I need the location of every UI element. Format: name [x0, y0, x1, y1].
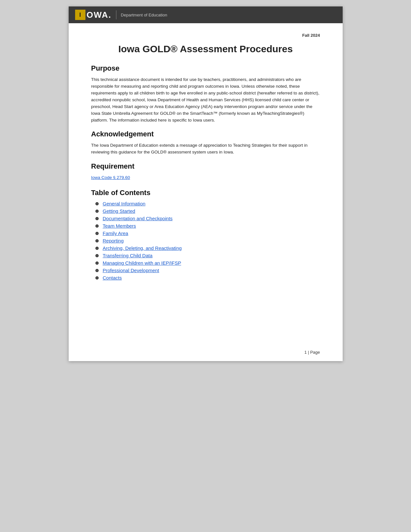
toc-bullet	[94, 231, 100, 236]
toc-bullet-inner	[95, 269, 99, 272]
toc-bullet-inner	[95, 217, 99, 220]
header-divider	[116, 10, 116, 19]
main-title: Iowa GOLD® Assessment Procedures	[91, 44, 320, 54]
toc-bullet-inner	[95, 247, 99, 250]
document-page: I OWA. Department of Education Fall 2024…	[69, 6, 343, 361]
toc-list-item: Archiving, Deleting, and Reactivating	[94, 245, 320, 251]
toc-list-item: Getting Started	[94, 208, 320, 214]
toc-link[interactable]: Archiving, Deleting, and Reactivating	[103, 245, 182, 251]
page-header: I OWA. Department of Education	[69, 6, 343, 23]
toc-bullet-inner	[95, 261, 99, 265]
toc-bullet-inner	[95, 239, 99, 242]
toc-list-item: General Information	[94, 201, 320, 206]
toc-bullet-inner	[95, 210, 99, 213]
toc-bullet	[94, 275, 100, 281]
toc-list-item: Contacts	[94, 275, 320, 281]
logo-text: OWA.	[87, 10, 112, 20]
toc-heading: Table of Contents	[91, 189, 320, 197]
toc-link[interactable]: Managing Children with an IEP/IFSP	[103, 260, 181, 266]
toc-link[interactable]: Contacts	[103, 275, 122, 281]
toc-bullet	[94, 246, 100, 251]
department-label: Department of Education	[121, 13, 167, 17]
toc-bullet-inner	[95, 276, 99, 280]
toc-link[interactable]: Transferring Child Data	[103, 253, 153, 258]
toc-list-item: Managing Children with an IEP/IFSP	[94, 260, 320, 266]
toc-bullet-inner	[95, 254, 99, 257]
toc-list: General InformationGetting StartedDocume…	[94, 201, 320, 281]
purpose-heading: Purpose	[91, 64, 320, 73]
toc-bullet	[94, 253, 100, 258]
logo-box-letter: I	[75, 10, 85, 20]
toc-link[interactable]: General Information	[103, 201, 146, 206]
toc-link[interactable]: Family Area	[103, 231, 128, 236]
requirement-heading: Requirement	[91, 162, 320, 171]
iowa-logo: I OWA.	[75, 10, 112, 20]
toc-bullet-inner	[95, 224, 99, 228]
purpose-body: This technical assistance document is in…	[91, 76, 320, 123]
toc-bullet	[94, 216, 100, 221]
toc-link[interactable]: Reporting	[103, 238, 124, 243]
toc-link[interactable]: Documentation and Checkpoints	[103, 216, 173, 221]
page-footer: 1 | Page	[69, 347, 343, 361]
date-label: Fall 2024	[91, 33, 320, 38]
requirement-link[interactable]: Iowa Code § 279.60	[91, 175, 130, 180]
toc-list-item: Transferring Child Data	[94, 253, 320, 258]
acknowledgement-heading: Acknowledgement	[91, 130, 320, 138]
toc-list-item: Professional Development	[94, 268, 320, 273]
toc-bullet	[94, 238, 100, 243]
toc-list-item: Reporting	[94, 238, 320, 243]
toc-link[interactable]: Team Members	[103, 223, 136, 229]
acknowledgement-body: The Iowa Department of Education extends…	[91, 142, 320, 156]
toc-bullet	[94, 201, 100, 206]
toc-bullet	[94, 223, 100, 229]
toc-bullet-inner	[95, 232, 99, 235]
toc-list-item: Team Members	[94, 223, 320, 229]
page-content: Fall 2024 Iowa GOLD® Assessment Procedur…	[69, 23, 343, 347]
page-number: 1 | Page	[304, 350, 320, 355]
toc-bullet-inner	[95, 202, 99, 205]
toc-bullet	[94, 261, 100, 266]
toc-bullet	[94, 209, 100, 214]
toc-bullet	[94, 268, 100, 273]
toc-list-item: Family Area	[94, 231, 320, 236]
toc-link[interactable]: Professional Development	[103, 268, 159, 273]
toc-link[interactable]: Getting Started	[103, 208, 135, 214]
header-logo: I OWA.	[75, 10, 112, 20]
toc-list-item: Documentation and Checkpoints	[94, 216, 320, 221]
